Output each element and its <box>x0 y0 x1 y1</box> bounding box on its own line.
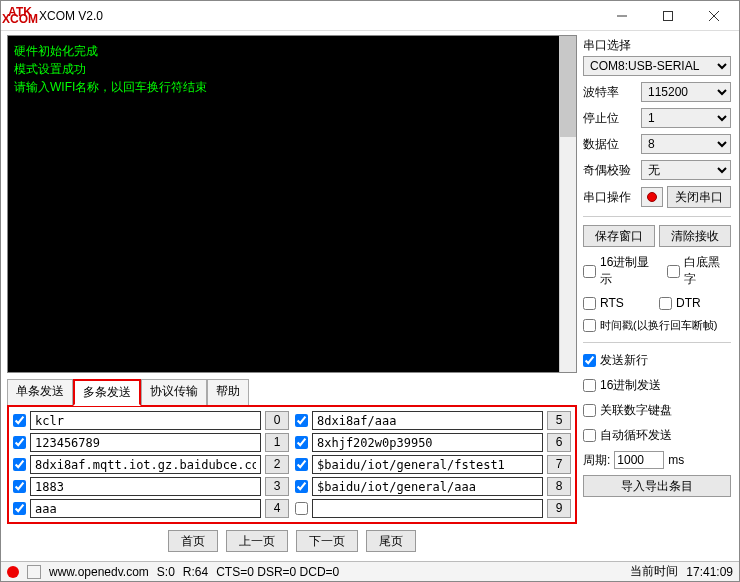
first-page-button[interactable]: 首页 <box>168 530 218 552</box>
terminal-scrollbar[interactable] <box>559 36 576 372</box>
next-page-button[interactable]: 下一页 <box>296 530 358 552</box>
status-signals: CTS=0 DSR=0 DCD=0 <box>216 565 622 579</box>
period-unit: ms <box>668 453 684 467</box>
send-row-input[interactable] <box>30 477 261 496</box>
send-row-checkbox[interactable] <box>295 480 308 493</box>
close-button[interactable] <box>691 2 737 30</box>
tab-protocol[interactable]: 协议传输 <box>141 379 207 405</box>
auto-loop-checkbox[interactable]: 自动循环发送 <box>583 427 731 444</box>
period-row: 周期: ms <box>583 451 731 469</box>
send-row-checkbox[interactable] <box>295 436 308 449</box>
data-label: 数据位 <box>583 136 637 153</box>
send-row-button[interactable]: 4 <box>265 499 289 518</box>
terminal-line: 请输入WIFI名称，以回车换行符结束 <box>14 78 570 96</box>
hex-send-checkbox[interactable]: 16进制发送 <box>583 377 731 394</box>
send-row-checkbox[interactable] <box>295 458 308 471</box>
send-row: 6 <box>295 433 571 452</box>
white-black-checkbox[interactable]: 白底黑字 <box>667 254 731 288</box>
pager: 首页 上一页 下一页 尾页 <box>7 530 577 552</box>
last-page-button[interactable]: 尾页 <box>366 530 416 552</box>
send-row-button[interactable]: 3 <box>265 477 289 496</box>
stop-label: 停止位 <box>583 110 637 127</box>
port-select[interactable]: COM8:USB-SERIAL <box>583 56 731 76</box>
send-row-input[interactable] <box>312 411 543 430</box>
maximize-button[interactable] <box>645 2 691 30</box>
tab-single-send[interactable]: 单条发送 <box>7 379 73 405</box>
status-time-label: 当前时间 <box>630 563 678 580</box>
send-row: 5 <box>295 411 571 430</box>
status-sent: S:0 <box>157 565 175 579</box>
send-row-checkbox[interactable] <box>295 502 308 515</box>
side-panel: 串口选择 COM8:USB-SERIAL 波特率115200 停止位1 数据位8… <box>579 31 739 561</box>
app-logo: ATKXCOM <box>7 6 33 26</box>
send-row-checkbox[interactable] <box>13 436 26 449</box>
send-row: 2 <box>13 455 289 474</box>
send-row: 9 <box>295 499 571 518</box>
status-indicator-icon <box>7 566 19 578</box>
op-label: 串口操作 <box>583 189 637 206</box>
send-row-input[interactable] <box>312 433 543 452</box>
send-row-button[interactable]: 5 <box>547 411 571 430</box>
send-row-checkbox[interactable] <box>13 480 26 493</box>
status-dropdown-icon[interactable] <box>27 565 41 579</box>
multi-send-panel: 01234 56789 <box>7 405 577 524</box>
period-input[interactable] <box>614 451 664 469</box>
send-row-button[interactable]: 1 <box>265 433 289 452</box>
status-recv: R:64 <box>183 565 208 579</box>
status-time-value: 17:41:09 <box>686 565 733 579</box>
titlebar: ATKXCOM XCOM V2.0 <box>1 1 739 31</box>
num-pad-checkbox[interactable]: 关联数字键盘 <box>583 402 731 419</box>
data-select[interactable]: 8 <box>641 134 731 154</box>
baud-select[interactable]: 115200 <box>641 82 731 102</box>
period-label: 周期: <box>583 452 610 469</box>
send-row: 3 <box>13 477 289 496</box>
send-row-input[interactable] <box>30 455 261 474</box>
tab-help[interactable]: 帮助 <box>207 379 249 405</box>
stop-select[interactable]: 1 <box>641 108 731 128</box>
send-row-input[interactable] <box>312 455 543 474</box>
hex-display-checkbox[interactable]: 16进制显示 <box>583 254 661 288</box>
status-url[interactable]: www.openedv.com <box>49 565 149 579</box>
timestamp-checkbox[interactable]: 时间戳(以换行回车断帧) <box>583 318 731 333</box>
status-bar: www.openedv.com S:0 R:64 CTS=0 DSR=0 DCD… <box>1 561 739 581</box>
terminal-line: 硬件初始化完成 <box>14 42 570 60</box>
terminal-line: 模式设置成功 <box>14 60 570 78</box>
window-title: XCOM V2.0 <box>39 9 599 23</box>
send-row: 1 <box>13 433 289 452</box>
port-label: 串口选择 <box>583 37 731 54</box>
send-row-input[interactable] <box>312 477 543 496</box>
parity-select[interactable]: 无 <box>641 160 731 180</box>
terminal-output[interactable]: 硬件初始化完成 模式设置成功 请输入WIFI名称，以回车换行符结束 <box>7 35 577 373</box>
send-row-input[interactable] <box>30 433 261 452</box>
send-row-checkbox[interactable] <box>13 458 26 471</box>
send-row-input[interactable] <box>30 411 261 430</box>
port-status-icon <box>641 187 663 207</box>
send-row-button[interactable]: 9 <box>547 499 571 518</box>
save-window-button[interactable]: 保存窗口 <box>583 225 655 247</box>
send-row: 0 <box>13 411 289 430</box>
send-row-button[interactable]: 8 <box>547 477 571 496</box>
send-row: 7 <box>295 455 571 474</box>
tab-multi-send[interactable]: 多条发送 <box>73 379 141 406</box>
send-tabs: 单条发送 多条发送 协议传输 帮助 <box>7 379 577 406</box>
clear-rx-button[interactable]: 清除接收 <box>659 225 731 247</box>
import-export-button[interactable]: 导入导出条目 <box>583 475 731 497</box>
send-row: 8 <box>295 477 571 496</box>
send-row-button[interactable]: 2 <box>265 455 289 474</box>
rts-checkbox[interactable]: RTS <box>583 296 653 310</box>
send-row-checkbox[interactable] <box>13 414 26 427</box>
close-port-button[interactable]: 关闭串口 <box>667 186 731 208</box>
send-newline-checkbox[interactable]: 发送新行 <box>583 352 731 369</box>
prev-page-button[interactable]: 上一页 <box>226 530 288 552</box>
send-row-checkbox[interactable] <box>13 502 26 515</box>
send-row-input[interactable] <box>30 499 261 518</box>
send-row: 4 <box>13 499 289 518</box>
minimize-button[interactable] <box>599 2 645 30</box>
baud-label: 波特率 <box>583 84 637 101</box>
dtr-checkbox[interactable]: DTR <box>659 296 701 310</box>
send-row-checkbox[interactable] <box>295 414 308 427</box>
send-row-input[interactable] <box>312 499 543 518</box>
send-row-button[interactable]: 7 <box>547 455 571 474</box>
send-row-button[interactable]: 0 <box>265 411 289 430</box>
send-row-button[interactable]: 6 <box>547 433 571 452</box>
